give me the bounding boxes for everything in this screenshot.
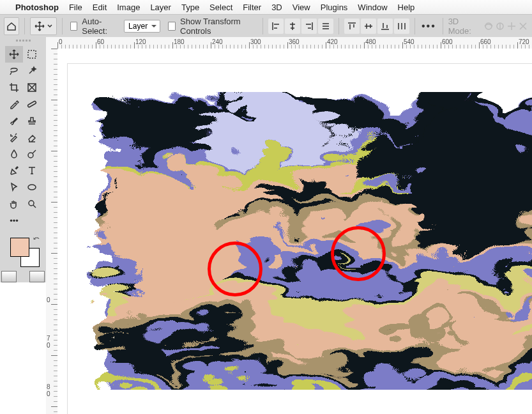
menu-image[interactable]: Image	[112, 3, 145, 12]
ruler-horizontal[interactable]: 060120180240300360420480540600660720	[46, 37, 532, 38]
orbit-3d-icon	[483, 21, 494, 31]
active-tool-indicator[interactable]	[30, 17, 57, 35]
align-bottom-button[interactable]	[377, 19, 393, 34]
mode-3d-label: 3D Mode:	[448, 17, 478, 36]
move-icon	[34, 21, 45, 31]
align-justify-button[interactable]	[318, 19, 333, 34]
align-top-button[interactable]	[344, 19, 360, 34]
home-icon	[6, 21, 17, 31]
auto-select-checkbox[interactable]: Auto-Select:	[68, 17, 119, 36]
auto-select-label: Auto-Select:	[82, 17, 119, 36]
separator	[443, 18, 443, 34]
auto-select-target-select[interactable]: Layer	[124, 20, 160, 33]
menu-view[interactable]: View	[287, 3, 315, 12]
show-transform-label: Show Transform Controls	[180, 17, 257, 36]
roll-3d-icon	[495, 21, 505, 31]
align-group-h	[268, 19, 333, 34]
chevron-down-icon	[47, 24, 52, 29]
separator	[62, 18, 63, 34]
separator	[24, 18, 25, 34]
align-bottom-icon	[380, 21, 390, 31]
align-right-icon	[304, 21, 314, 31]
distribute-icon	[397, 21, 407, 31]
auto-select-target-dropdown[interactable]: Layer	[124, 20, 160, 33]
menu-filter[interactable]: Filter	[238, 3, 266, 12]
more-options-button[interactable]: •••	[420, 20, 437, 32]
menu-3d[interactable]: 3D	[266, 3, 287, 12]
menu-select[interactable]: Select	[204, 3, 238, 12]
menu-file[interactable]: File	[64, 3, 87, 12]
home-button[interactable]	[4, 17, 19, 35]
pan-3d-icon	[506, 21, 517, 31]
show-transform-input[interactable]	[168, 22, 176, 31]
separator	[338, 18, 339, 34]
auto-select-input[interactable]	[70, 22, 78, 31]
separator	[262, 18, 263, 34]
align-hcenter-button[interactable]	[285, 19, 300, 34]
show-transform-checkbox[interactable]: Show Transform Controls	[165, 17, 257, 36]
align-left-icon	[271, 21, 281, 31]
align-group-v	[344, 19, 409, 34]
align-left-button[interactable]	[268, 19, 284, 34]
align-hcenter-icon	[287, 21, 298, 31]
workspace: « ••• ⤺	[0, 37, 532, 38]
align-vcenter-button[interactable]	[361, 19, 376, 34]
align-vcenter-icon	[363, 21, 374, 31]
menu-plugins[interactable]: Plugins	[315, 3, 353, 12]
app-name[interactable]: Photoshop	[10, 3, 64, 12]
mode-3d-icons	[483, 21, 528, 31]
tools-panel: ••• ⤺	[0, 37, 47, 38]
menu-window[interactable]: Window	[353, 3, 392, 12]
menu-layer[interactable]: Layer	[145, 3, 176, 12]
menu-type[interactable]: Type	[176, 3, 204, 12]
options-bar: Auto-Select: Layer Show Transform Contro…	[0, 15, 532, 38]
align-right-button[interactable]	[301, 19, 317, 34]
slide-3d-icon	[518, 21, 528, 31]
mac-menu-bar: Photoshop File Edit Image Layer Type Sel…	[0, 0, 532, 15]
align-justify-icon	[321, 21, 331, 31]
align-top-icon	[347, 21, 357, 31]
separator	[414, 18, 415, 34]
menu-help[interactable]: Help	[393, 3, 420, 12]
distribute-button[interactable]	[394, 19, 409, 34]
menu-edit[interactable]: Edit	[87, 3, 112, 12]
